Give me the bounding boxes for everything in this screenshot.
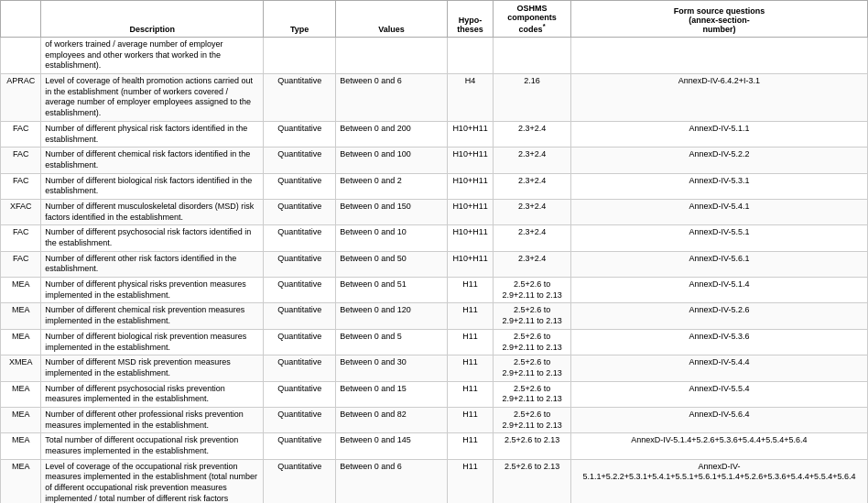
cell-hypotheses: H11	[447, 303, 494, 329]
cell-oshms: 2.5+2.6 to 2.9+2.11 to 2.13	[494, 303, 570, 329]
table-row: XFACNumber of different musculoskeletal …	[1, 199, 868, 224]
cell-values: Between 0 and 6	[336, 459, 447, 503]
cell-description: Number of different psychosocial risks p…	[41, 381, 264, 407]
header-oshms: OSHMScomponentscodes*	[494, 1, 570, 38]
cell-description: Number of different physical risks preve…	[41, 278, 264, 303]
cell-hypotheses: H11	[447, 459, 494, 503]
cell-hypotheses: H11	[447, 407, 494, 432]
cell-form: AnnexD-IV-5.1.1	[570, 121, 867, 147]
cell-description: Number of different biological risk prev…	[41, 329, 264, 355]
cell-abbr: XFAC	[1, 199, 41, 224]
table-row: MEATotal number of different occupationa…	[1, 433, 868, 459]
cell-values: Between 0 and 150	[336, 199, 447, 224]
cell-oshms: 2.5+2.6 to 2.9+2.11 to 2.13	[494, 329, 570, 355]
cell-type: Quantitative	[264, 121, 336, 147]
cell-form: AnnexD-IV-6.4.2+I-3.1	[570, 74, 867, 122]
cell-type: Quantitative	[264, 225, 336, 251]
cell-type: Quantitative	[264, 329, 336, 355]
cell-type: Quantitative	[264, 148, 336, 173]
cell-values: Between 0 and 145	[336, 433, 447, 459]
cell-type: Quantitative	[264, 433, 336, 459]
cell-form: AnnexD-IV-5.4.1	[570, 199, 867, 224]
cell-hypotheses: H10+H11	[447, 121, 494, 147]
cell-form: AnnexD-IV-5.2.2	[570, 148, 867, 173]
cell-oshms: 2.5+2.6 to 2.9+2.11 to 2.13	[494, 381, 570, 407]
cell-hypotheses: H10+H11	[447, 199, 494, 224]
cell-form: AnnexD-IV-5.1.4	[570, 278, 867, 303]
table-row: FACNumber of different physical risk fac…	[1, 121, 868, 147]
cell-form: AnnexD-IV-5.5.4	[570, 381, 867, 407]
cell-form: AnnexD-IV-5.2.6	[570, 303, 867, 329]
cell-values: Between 0 and 5	[336, 329, 447, 355]
cell-values	[336, 38, 447, 74]
table-row: FACNumber of different psychosocial risk…	[1, 225, 868, 251]
cell-oshms: 2.16	[494, 74, 570, 122]
cell-type: Quantitative	[264, 278, 336, 303]
table-row: MEANumber of different chemical risk pre…	[1, 303, 868, 329]
cell-abbr: MEA	[1, 381, 41, 407]
cell-type: Quantitative	[264, 459, 336, 503]
cell-hypotheses: H4	[447, 74, 494, 122]
cell-values: Between 0 and 15	[336, 381, 447, 407]
table-row: MEANumber of different other professiona…	[1, 407, 868, 432]
cell-oshms: 2.5+2.6 to 2.9+2.11 to 2.13	[494, 278, 570, 303]
cell-abbr: MEA	[1, 459, 41, 503]
cell-oshms	[494, 38, 570, 74]
cell-hypotheses	[447, 38, 494, 74]
cell-description: Number of different chemical risk factor…	[41, 148, 264, 173]
cell-abbr	[1, 38, 41, 74]
cell-type: Quantitative	[264, 355, 336, 381]
cell-type: Quantitative	[264, 303, 336, 329]
cell-abbr: FAC	[1, 251, 41, 277]
header-values: Values	[336, 1, 447, 38]
cell-form: AnnexD-IV-5.3.1	[570, 173, 867, 199]
cell-oshms: 2.5+2.6 to 2.9+2.11 to 2.13	[494, 355, 570, 381]
cell-oshms: 2.3+2.4	[494, 173, 570, 199]
cell-values: Between 0 and 100	[336, 148, 447, 173]
cell-type: Quantitative	[264, 407, 336, 432]
cell-abbr: APRAC	[1, 74, 41, 122]
cell-values: Between 0 and 30	[336, 355, 447, 381]
cell-abbr: FAC	[1, 173, 41, 199]
cell-hypotheses: H10+H11	[447, 173, 494, 199]
cell-description: Total number of different occupational r…	[41, 433, 264, 459]
header-abbr	[1, 1, 41, 38]
cell-description: of workers trained / average number of e…	[41, 38, 264, 74]
cell-description: Number of different biological risk fact…	[41, 173, 264, 199]
cell-description: Number of different other risk factors i…	[41, 251, 264, 277]
table-row: of workers trained / average number of e…	[1, 38, 868, 74]
cell-description: Level of coverage of health promotion ac…	[41, 74, 264, 122]
cell-description: Number of different physical risk factor…	[41, 121, 264, 147]
table-row: MEANumber of different psychosocial risk…	[1, 381, 868, 407]
cell-abbr: FAC	[1, 148, 41, 173]
cell-hypotheses: H11	[447, 278, 494, 303]
cell-abbr: FAC	[1, 121, 41, 147]
cell-description: Number of different chemical risk preven…	[41, 303, 264, 329]
cell-abbr: MEA	[1, 407, 41, 432]
cell-oshms: 2.5+2.6 to 2.13	[494, 459, 570, 503]
header-hypotheses: Hypo-theses	[447, 1, 494, 38]
cell-form: AnnexD-IV-5.6.4	[570, 407, 867, 432]
cell-type: Quantitative	[264, 381, 336, 407]
cell-oshms: 2.3+2.4	[494, 121, 570, 147]
table-row: APRACLevel of coverage of health promoti…	[1, 74, 868, 122]
header-type: Type	[264, 1, 336, 38]
table-row: FACNumber of different biological risk f…	[1, 173, 868, 199]
cell-form: AnnexD-IV-5.6.1	[570, 251, 867, 277]
cell-form: AnnexD-IV-5.3.6	[570, 329, 867, 355]
cell-form: AnnexD-IV-5.1.1+5.2.2+5.3.1+5.4.1+5.5.1+…	[570, 459, 867, 503]
cell-values: Between 0 and 120	[336, 303, 447, 329]
cell-form: AnnexD-IV-5.5.1	[570, 225, 867, 251]
cell-hypotheses: H11	[447, 329, 494, 355]
main-table-container: Description Type Values Hypo-theses OSHM…	[0, 0, 868, 503]
cell-type: Quantitative	[264, 251, 336, 277]
cell-description: Number of different other professional r…	[41, 407, 264, 432]
table-row: MEANumber of different physical risks pr…	[1, 278, 868, 303]
cell-oshms: 2.5+2.6 to 2.9+2.11 to 2.13	[494, 407, 570, 432]
cell-form	[570, 38, 867, 74]
table-row: MEANumber of different biological risk p…	[1, 329, 868, 355]
cell-form: AnnexD-IV-5.4.4	[570, 355, 867, 381]
cell-abbr: XMEA	[1, 355, 41, 381]
cell-oshms: 2.3+2.4	[494, 148, 570, 173]
header-form: Form source questions(annex-section-numb…	[570, 1, 867, 38]
